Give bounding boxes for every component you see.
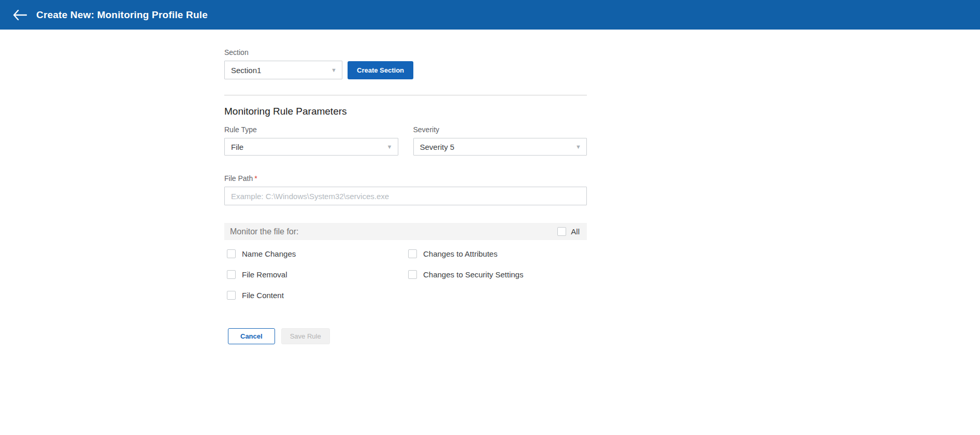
all-checkbox-label: All [571,227,580,236]
option-label: File Removal [242,270,287,279]
section-label: Section [224,48,587,57]
parameters-row: Rule Type File ▼ Severity Severity 5 ▼ [224,125,587,156]
section-select-value: Section1 [231,66,261,75]
option-label: Changes to Attributes [423,249,497,258]
option-label: Name Changes [242,249,296,258]
monitor-option[interactable]: File Content [224,289,406,301]
option-checkbox[interactable] [408,249,417,258]
save-rule-button[interactable]: Save Rule [281,328,330,344]
chevron-down-icon: ▼ [575,144,581,150]
monitor-section-header: Monitor the file for: All [224,223,587,240]
section-select[interactable]: Section1 ▼ [224,61,342,79]
required-marker: * [254,174,257,183]
option-checkbox[interactable] [408,270,417,279]
monitor-option[interactable]: Changes to Attributes [406,247,587,260]
section-row: Section1 ▼ Create Section [224,61,587,79]
create-section-button[interactable]: Create Section [348,61,413,79]
chevron-down-icon: ▼ [331,67,337,73]
form-actions: Cancel Save Rule [224,328,587,344]
file-path-input[interactable] [224,187,587,205]
monitor-options-grid: Name Changes Changes to Attributes File … [224,247,587,301]
monitor-heading: Monitor the file for: [230,227,299,236]
form-content: Section Section1 ▼ Create Section Monito… [224,30,587,344]
option-checkbox[interactable] [227,270,236,279]
rule-type-select-value: File [231,143,243,151]
severity-select[interactable]: Severity 5 ▼ [413,138,587,156]
severity-label: Severity [413,125,587,134]
back-arrow-icon [12,10,27,20]
file-path-label: File Path* [224,174,587,183]
monitor-option[interactable]: File Removal [224,268,406,280]
rule-type-field: Rule Type File ▼ [224,125,398,156]
option-label: File Content [242,291,284,300]
severity-select-value: Severity 5 [420,143,455,151]
parameters-heading: Monitoring Rule Parameters [224,106,587,117]
rule-type-label: Rule Type [224,125,398,134]
file-path-label-text: File Path [224,174,253,183]
all-checkbox-wrap[interactable]: All [557,227,580,236]
monitor-option[interactable]: Name Changes [224,247,406,260]
cancel-button[interactable]: Cancel [228,328,275,344]
option-label: Changes to Security Settings [423,270,523,279]
rule-type-select[interactable]: File ▼ [224,138,398,156]
app-header: Create New: Monitoring Profile Rule [0,0,980,30]
chevron-down-icon: ▼ [387,144,393,150]
severity-field: Severity Severity 5 ▼ [413,125,587,156]
back-button[interactable] [9,5,30,25]
monitor-option[interactable]: Changes to Security Settings [406,268,587,280]
option-checkbox[interactable] [227,291,236,300]
all-checkbox[interactable] [557,227,566,236]
option-checkbox[interactable] [227,249,236,258]
section-divider [224,95,587,95]
file-path-field: File Path* [224,174,587,205]
page-title: Create New: Monitoring Profile Rule [36,9,208,21]
